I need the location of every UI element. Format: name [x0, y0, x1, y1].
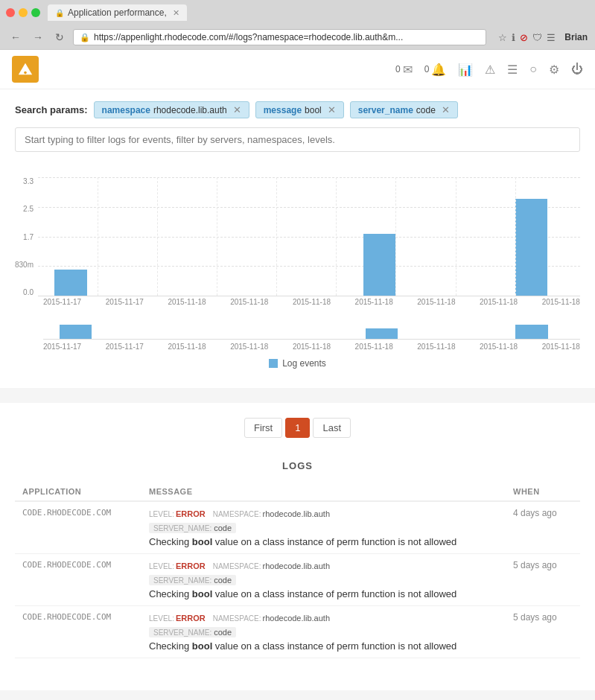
minimize-dot[interactable]: [19, 8, 28, 17]
bell-icon-group[interactable]: 0 🔔: [424, 63, 447, 77]
secure-icon: 🔒: [80, 33, 90, 42]
server-badge-1: SERVER_NAME: code: [149, 575, 236, 585]
chart-bar-0: [54, 270, 87, 296]
chart-container: 3.3 2.5 1.7 830m 0.0: [15, 170, 580, 376]
server-line-0: SERVER_NAME: code: [149, 522, 498, 536]
app-cell-0: CODE.RHODECODE.COM: [15, 501, 141, 554]
close-dot[interactable]: [6, 8, 15, 17]
server-line-2: SERVER_NAME: code: [149, 626, 498, 640]
x-label-4: 2015-11-18: [293, 298, 331, 306]
log-message-1: Checking bool value on a class instance …: [149, 588, 498, 599]
info-icon[interactable]: ℹ: [512, 32, 515, 43]
svg-point-1: [24, 71, 27, 74]
mini-x-label-1: 2015-11-17: [106, 343, 144, 351]
namespace-group-2: NAMESPACE:rhodecode.lib.auth: [213, 612, 330, 623]
clock-icon[interactable]: ○: [529, 63, 537, 76]
chart-area: 3.3 2.5 1.7 830m 0.0: [0, 158, 595, 388]
level-group-1: LEVEL:ERROR: [149, 560, 206, 571]
current-page-button[interactable]: 1: [285, 418, 310, 438]
namespace-label-0: NAMESPACE:: [213, 510, 261, 518]
y-label-4: 2.5: [23, 205, 34, 213]
mini-x-label-6: 2015-11-18: [417, 343, 455, 351]
browser-tab[interactable]: 🔒 Application performance, ✕: [48, 4, 187, 21]
y-label-5: 3.3: [23, 177, 34, 185]
list-icon[interactable]: ☰: [507, 63, 518, 77]
chart-bar-1: [363, 234, 396, 296]
mini-x-label-4: 2015-11-18: [293, 343, 331, 351]
back-button[interactable]: ←: [7, 30, 24, 45]
warning-icon[interactable]: ⚠: [485, 63, 495, 77]
tag-close-namespace[interactable]: ✕: [233, 104, 241, 115]
x-label-6: 2015-11-18: [417, 298, 455, 306]
chart-bar-2: [515, 199, 548, 296]
url-text: https://appenlight.rhodecode.com/#/logs?…: [94, 32, 480, 42]
level-label-2: LEVEL:: [149, 614, 174, 623]
message-cell-1: LEVEL:ERROR NAMESPACE:rhodecode.lib.auth…: [141, 554, 506, 606]
namespace-label-2: NAMESPACE:: [213, 614, 261, 623]
level-group-2: LEVEL:ERROR: [149, 612, 206, 623]
bookmark-icon[interactable]: ☆: [498, 32, 507, 43]
mini-x-label-3: 2015-11-18: [230, 343, 268, 351]
y-label-1: 0.0: [23, 288, 34, 296]
address-bar[interactable]: 🔒 https://appenlight.rhodecode.com/#/log…: [73, 29, 486, 45]
bell-count: 0: [424, 64, 430, 74]
logs-table-body: CODE.RHODECODE.COM LEVEL:ERROR NAMESPACE…: [15, 501, 580, 658]
forward-button[interactable]: →: [30, 30, 46, 45]
refresh-button[interactable]: ↻: [52, 30, 67, 45]
level-label-1: LEVEL:: [149, 562, 174, 570]
logs-table-header: APPLICATION MESSAGE WHEN: [15, 483, 580, 501]
mini-x-label-0: 2015-11-17: [43, 343, 81, 351]
search-tag-message: message bool ✕: [255, 101, 344, 118]
x-axis-labels-mini: 2015-11-17 2015-11-17 2015-11-18 2015-11…: [43, 343, 580, 351]
x-label-8: 2015-11-18: [542, 298, 580, 306]
x-label-7: 2015-11-18: [480, 298, 518, 306]
nav-icons: 0 ✉ 0 🔔 📊 ⚠ ☰ ○ ⚙ ⏻: [395, 63, 583, 77]
mini-x-label-8: 2015-11-18: [542, 343, 580, 351]
tag-key-namespace: namespace: [102, 105, 150, 115]
logs-section: LOGS APPLICATION MESSAGE WHEN CODE.RHODE…: [0, 453, 595, 673]
logs-table: APPLICATION MESSAGE WHEN CODE.RHODECODE.…: [15, 483, 580, 658]
browser-chrome: 🔒 Application performance, ✕ ← → ↻ 🔒 htt…: [0, 0, 595, 50]
mail-icon: ✉: [403, 63, 413, 77]
first-page-button[interactable]: First: [244, 418, 282, 438]
highlight-1: bool: [192, 588, 212, 599]
shield-icon[interactable]: 🛡: [532, 32, 542, 43]
log-meta-0: LEVEL:ERROR NAMESPACE:rhodecode.lib.auth: [149, 508, 498, 519]
server-badge-2: SERVER_NAME: code: [149, 627, 236, 637]
level-label-0: LEVEL:: [149, 510, 174, 518]
stop-icon[interactable]: ⊘: [520, 32, 528, 43]
chart-icon[interactable]: 📊: [458, 63, 473, 77]
tag-key-server: server_name: [358, 105, 413, 115]
level-group-0: LEVEL:ERROR: [149, 508, 206, 519]
power-icon[interactable]: ⏻: [571, 63, 583, 76]
tab-title: Application performance,: [68, 7, 167, 18]
chart-legend: Log events: [15, 358, 580, 369]
mail-icon-group[interactable]: 0 ✉: [395, 63, 413, 77]
search-tag-server: server_name code ✕: [350, 101, 458, 118]
section-divider: [0, 388, 595, 403]
mini-x-label-7: 2015-11-18: [480, 343, 518, 351]
tab-close-icon[interactable]: ✕: [173, 8, 179, 18]
menu-icon[interactable]: ☰: [547, 32, 556, 43]
app-cell-2: CODE.RHODECODE.COM: [15, 606, 141, 658]
x-label-2: 2015-11-18: [168, 298, 206, 306]
last-page-button[interactable]: Last: [313, 418, 351, 438]
pagination: First 1 Last: [0, 403, 595, 453]
browser-addressbar: ← → ↻ 🔒 https://appenlight.rhodecode.com…: [0, 25, 595, 49]
app-logo[interactable]: [12, 56, 39, 83]
tag-close-message[interactable]: ✕: [328, 104, 336, 115]
maximize-dot[interactable]: [31, 8, 40, 17]
settings-icon[interactable]: ⚙: [549, 63, 559, 77]
highlight-0: bool: [192, 536, 212, 547]
main-chart: [38, 177, 580, 296]
tab-favicon: 🔒: [55, 9, 64, 17]
tag-val-message: bool: [305, 105, 322, 115]
log-meta-1: LEVEL:ERROR NAMESPACE:rhodecode.lib.auth: [149, 560, 498, 571]
search-input[interactable]: [15, 127, 580, 152]
legend-box: [269, 359, 278, 368]
server-line-1: SERVER_NAME: code: [149, 574, 498, 588]
level-badge-2: ERROR: [176, 614, 206, 623]
when-cell-1: 5 days ago: [506, 554, 580, 606]
log-message-2: Checking bool value on a class instance …: [149, 640, 498, 652]
tag-close-server[interactable]: ✕: [442, 104, 450, 115]
